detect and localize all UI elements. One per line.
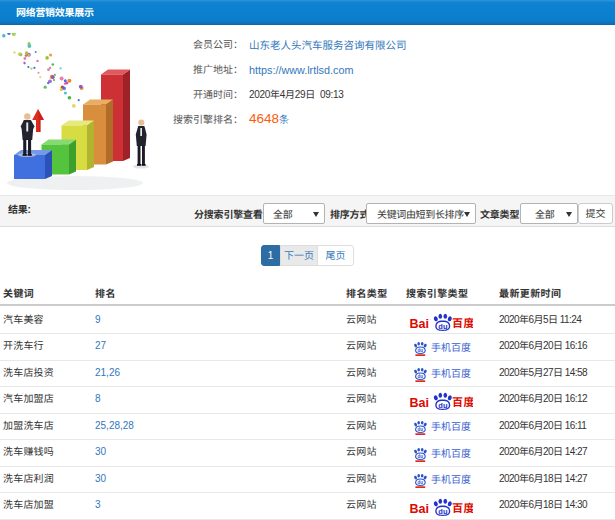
svg-text:du: du: [417, 428, 423, 433]
svg-text:du: du: [417, 454, 423, 459]
svg-text:du: du: [417, 375, 423, 380]
svg-text:du: du: [438, 507, 448, 516]
svg-text:Bai: Bai: [410, 316, 429, 330]
svg-text:百度: 百度: [452, 314, 473, 330]
svg-text:du: du: [438, 321, 448, 330]
svg-text:du: du: [438, 401, 448, 410]
svg-text:百度: 百度: [452, 393, 473, 409]
svg-text:du: du: [417, 481, 423, 486]
svg-text:Bai: Bai: [410, 396, 429, 410]
svg-text:Bai: Bai: [410, 502, 429, 516]
svg-text:百度: 百度: [452, 499, 473, 515]
svg-text:du: du: [417, 348, 423, 353]
